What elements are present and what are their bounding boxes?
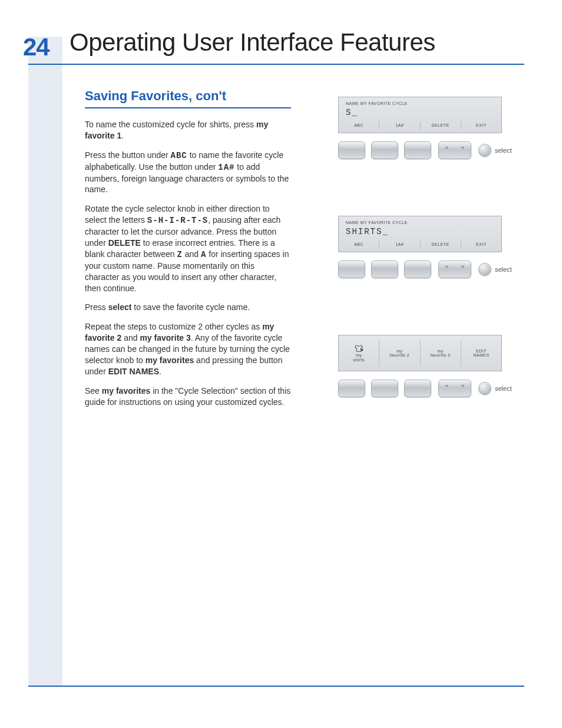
text-bold: select (108, 302, 132, 312)
page-number: 24 (23, 33, 49, 61)
lcd-title: NAME MY FAVORITE CYCLE (346, 101, 408, 106)
section-rule (85, 107, 291, 108)
lcd-title: NAME MY FAVORITE CYCLE (346, 220, 408, 225)
soft-button-1 (338, 141, 365, 159)
select-button (478, 263, 491, 276)
lcd-option-my-fav2: my favorite 2 (379, 340, 419, 366)
soft-button-3 (404, 380, 431, 397)
lcd-option-exit: EXIT (461, 241, 501, 248)
lcd-option-label: my favorite 3 (431, 349, 451, 358)
up-down-rocker: ˄ ˅ (438, 141, 471, 159)
up-down-rocker: ˄ ˅ (438, 380, 471, 397)
text: and (183, 249, 201, 259)
text-lcd: S-H-I-R-T-S (147, 216, 208, 225)
text: Press (85, 302, 108, 312)
device-panel-2: NAME MY FAVORITE CYCLE SHIRTS_ ABC 1A# D… (338, 216, 524, 278)
text-bold: DELETE (108, 238, 141, 248)
select-label: select (495, 266, 512, 273)
select-button (478, 382, 491, 395)
footer-rule (28, 686, 524, 687)
soft-button-2 (371, 380, 398, 397)
shirt-heart-icon (353, 344, 364, 353)
text-bold: my favorites (102, 386, 150, 396)
soft-button-1 (338, 380, 365, 397)
lcd-text: SHIRTS_ (346, 227, 389, 236)
lcd-option-abc: ABC (339, 241, 379, 248)
chevron-up-icon: ˄ (445, 146, 449, 155)
chevron-down-icon: ˅ (461, 265, 465, 274)
lcd-option-1a: 1A# (379, 122, 419, 129)
lcd-text: S_ (346, 108, 358, 117)
soft-button-1 (338, 261, 365, 278)
text: to save the favorite cycle name. (131, 302, 250, 312)
text-lcd: ABC (171, 151, 187, 160)
up-down-rocker: ˄ ˅ (438, 261, 471, 278)
lcd-screen: my shirts my favorite 2 my favorite 3 ED… (338, 335, 502, 371)
text-lcd: Z (177, 250, 182, 259)
select-button (478, 144, 491, 157)
lcd-option-label: my shirts (353, 353, 365, 362)
text: See (85, 386, 102, 396)
device-panel-3: my shirts my favorite 2 my favorite 3 ED… (338, 335, 524, 397)
text-bold: EDIT NAMES (108, 367, 159, 376)
lcd-option-label: my favorite 2 (389, 349, 409, 358)
soft-button-3 (404, 141, 431, 159)
select-label: select (495, 385, 512, 392)
lcd-option-abc: ABC (339, 122, 379, 129)
text: and (121, 333, 140, 342)
text: To name the customized cycle for shirts,… (85, 120, 256, 129)
chevron-down-icon: ˅ (461, 384, 465, 393)
chevron-down-icon: ˅ (461, 146, 465, 155)
text-lcd: A (201, 250, 206, 259)
text: . (121, 131, 124, 140)
lcd-option-label: EDIT NAMES (473, 349, 489, 358)
lcd-screen: NAME MY FAVORITE CYCLE S_ ABC 1A# DELETE… (338, 97, 502, 133)
section-heading: Saving Favorites, con't (85, 88, 291, 104)
text-bold: my favorites (146, 355, 194, 365)
text-lcd: 1A# (218, 163, 234, 172)
text: Press the button under (85, 150, 171, 160)
text: Repeat the steps to customize 2 other cy… (85, 322, 262, 331)
lcd-screen: NAME MY FAVORITE CYCLE SHIRTS_ ABC 1A# D… (338, 216, 502, 252)
soft-button-2 (371, 141, 398, 159)
lcd-option-delete: DELETE (420, 122, 461, 129)
text: . (159, 367, 161, 376)
lcd-option-delete: DELETE (420, 241, 461, 248)
soft-button-3 (404, 261, 431, 278)
lcd-option-my-fav3: my favorite 3 (420, 340, 461, 366)
title-rule (28, 64, 524, 65)
lcd-option-my-shirts: my shirts (339, 340, 379, 366)
text-bold: my favorite 3 (140, 333, 190, 342)
side-strip (28, 37, 62, 686)
chevron-up-icon: ˄ (445, 265, 449, 274)
lcd-option-exit: EXIT (461, 122, 501, 129)
lcd-option-1a: 1A# (379, 241, 419, 248)
device-panel-1: NAME MY FAVORITE CYCLE S_ ABC 1A# DELETE… (338, 97, 524, 159)
page-title: Operating User Interface Features (70, 28, 435, 57)
select-label: select (495, 147, 512, 154)
body-text: To name the customized cycle for shirts,… (85, 119, 291, 408)
lcd-option-edit-names: EDIT NAMES (461, 340, 501, 366)
soft-button-2 (371, 261, 398, 278)
chevron-up-icon: ˄ (445, 384, 449, 393)
